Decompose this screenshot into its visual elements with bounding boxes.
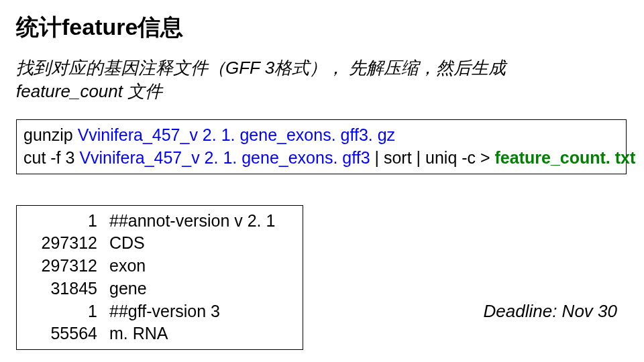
cmd2-filename: Vvinifera_457_v 2. 1. gene_exons. gff3 (79, 148, 374, 167)
output-label: exon (109, 255, 296, 278)
command-line-1: gunzip Vvinifera_457_v 2. 1. gene_exons.… (23, 124, 619, 147)
output-count: 31845 (23, 278, 109, 300)
output-count: 55564 (23, 322, 109, 345)
slide-subtitle: 找到对应的基因注释文件（GFF 3格式）， 先解压缩，然后生成 feature_… (16, 56, 628, 103)
cmd1-filename: Vvinifera_457_v 2. 1. gene_exons. gff3. … (78, 125, 396, 144)
subtitle-line-1: 找到对应的基因注释文件（GFF 3格式）， 先解压缩，然后生成 (16, 58, 506, 78)
output-row: 297312 CDS (23, 232, 296, 255)
output-row: 297312 exon (23, 255, 296, 278)
output-row: 1 ##gff-version 3 (23, 300, 296, 323)
output-count: 297312 (23, 255, 109, 278)
output-label: m. RNA (109, 322, 296, 345)
output-box: 1 ##annot-version v 2. 1 297312 CDS 2973… (16, 205, 303, 351)
subtitle-line-2: feature_count 文件 (16, 81, 162, 101)
output-label: CDS (109, 232, 296, 255)
slide: 统计feature信息 找到对应的基因注释文件（GFF 3格式）， 先解压缩，然… (0, 0, 644, 362)
output-count: 297312 (23, 232, 109, 255)
command-box: gunzip Vvinifera_457_v 2. 1. gene_exons.… (16, 119, 627, 174)
command-line-2: cut -f 3 Vvinifera_457_v 2. 1. gene_exon… (23, 147, 619, 170)
output-row: 31845 gene (23, 278, 296, 300)
output-row: 1 ##annot-version v 2. 1 (23, 210, 296, 233)
output-label: gene (109, 278, 296, 300)
cmd1-prefix: gunzip (23, 125, 78, 144)
slide-title: 统计feature信息 (16, 12, 628, 43)
cmd2-mid: | sort | uniq -c > (375, 148, 495, 167)
output-label: ##gff-version 3 (109, 300, 296, 323)
output-label: ##annot-version v 2. 1 (109, 210, 296, 233)
cmd2-prefix: cut -f 3 (23, 148, 79, 167)
output-count: 1 (23, 210, 109, 233)
output-row: 55564 m. RNA (23, 322, 296, 345)
deadline-text: Deadline: Nov 30 (484, 301, 617, 322)
output-count: 1 (23, 300, 109, 323)
cmd2-output: feature_count. txt (495, 148, 636, 167)
